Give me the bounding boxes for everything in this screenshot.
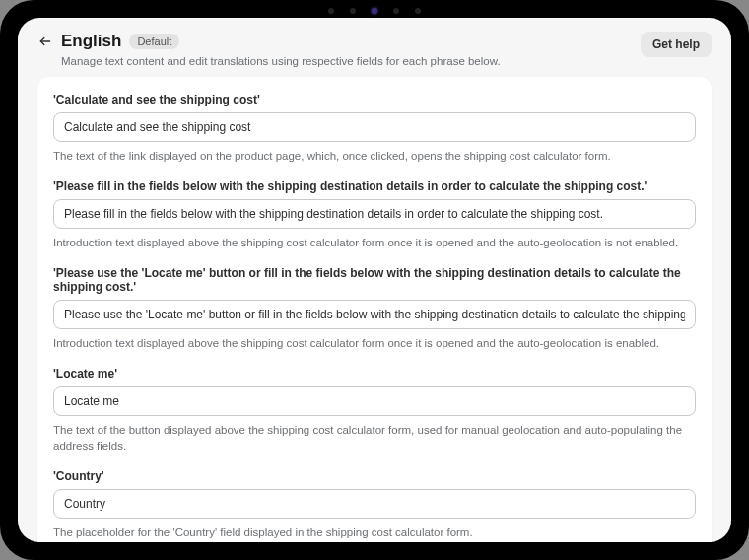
page-subtitle: Manage text content and edit translation… [61, 55, 501, 67]
page-header: English Default Manage text content and … [18, 18, 731, 77]
get-help-button[interactable]: Get help [641, 32, 712, 57]
tablet-device-frame: English Default Manage text content and … [0, 0, 749, 560]
app-screen: English Default Manage text content and … [18, 18, 731, 542]
sensor-dot [372, 8, 377, 14]
back-arrow-icon[interactable] [37, 34, 53, 49]
field-label: 'Country' [53, 469, 696, 483]
translation-input[interactable] [53, 199, 696, 229]
default-badge: Default [129, 34, 179, 49]
sensor-dot [393, 8, 399, 14]
translation-input[interactable] [53, 112, 696, 142]
field-group: 'Please fill in the fields below with th… [53, 179, 696, 250]
translation-input[interactable] [53, 489, 696, 519]
translation-input[interactable] [53, 300, 696, 329]
field-group: 'Country' The placeholder for the 'Count… [53, 469, 696, 540]
content-scroll[interactable]: 'Calculate and see the shipping cost' Th… [18, 77, 731, 542]
field-hint: The placeholder for the 'Country' field … [53, 525, 696, 540]
field-group: 'Calculate and see the shipping cost' Th… [53, 93, 696, 164]
sensor-dot [350, 8, 356, 14]
field-hint: Introduction text displayed above the sh… [53, 235, 696, 250]
field-label: 'Please fill in the fields below with th… [53, 179, 696, 193]
translations-card: 'Calculate and see the shipping cost' Th… [37, 77, 712, 542]
field-hint: The text of the button displayed above t… [53, 422, 696, 454]
field-label: 'Please use the 'Locate me' button or fi… [53, 266, 696, 294]
field-group: 'Please use the 'Locate me' button or fi… [53, 266, 696, 351]
sensor-dot [328, 8, 334, 14]
header-left: English Default Manage text content and … [37, 32, 501, 67]
sensor-dot [415, 8, 421, 14]
field-hint: The text of the link displayed on the pr… [53, 148, 696, 164]
field-label: 'Locate me' [53, 367, 696, 381]
field-group: 'Locate me' The text of the button displ… [53, 367, 696, 454]
field-label: 'Calculate and see the shipping cost' [53, 93, 696, 106]
page-title: English [61, 32, 121, 51]
field-hint: Introduction text displayed above the sh… [53, 335, 696, 351]
sensor-bar [328, 8, 421, 14]
translation-input[interactable] [53, 386, 696, 416]
title-row: English Default [37, 32, 501, 51]
